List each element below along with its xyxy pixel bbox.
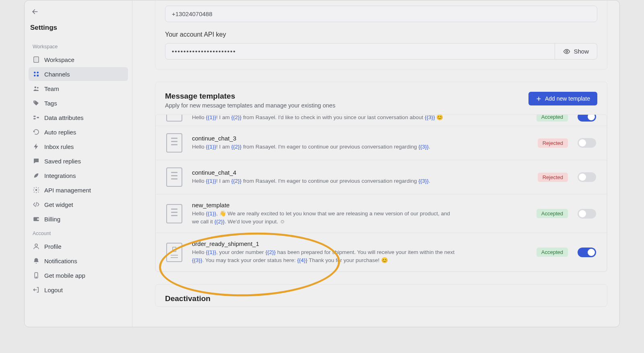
sidebar-item-label: Saved replies (44, 158, 81, 165)
plus-icon (536, 96, 542, 102)
sidebar-item-team[interactable]: Team (29, 82, 128, 95)
sidebar-item-label: Integrations (44, 172, 76, 179)
template-row[interactable]: order_ready_shipment_1Hello {{1}}, your … (156, 233, 607, 271)
svg-point-17 (566, 50, 568, 52)
document-icon (166, 204, 182, 223)
template-placeholder: {{2}} (231, 144, 242, 150)
sidebar-item-logout[interactable]: Logout (29, 283, 128, 297)
code-icon (33, 201, 40, 208)
svg-rect-4 (37, 75, 39, 77)
templates-subtitle: Apply for new message templates and mana… (165, 102, 335, 109)
show-label: Show (574, 48, 589, 55)
sidebar-item-label: Auto replies (44, 129, 76, 136)
template-preview-text: Hello {{1}}! I am {{2}} from Rasayel. I'… (192, 115, 458, 122)
template-name: new_template (192, 202, 527, 208)
sidebar-item-label: Notifications (44, 258, 77, 264)
sidebar-item-profile[interactable]: Profile (29, 239, 128, 253)
template-placeholder: {{1}} (206, 115, 217, 120)
status-badge: Accepted (537, 209, 568, 218)
gear-icon (33, 186, 40, 194)
sidebar-item-workspace[interactable]: Workspace (29, 53, 128, 66)
template-placeholder: {{2}} (231, 178, 242, 184)
sidebar-item-label: Get mobile app (44, 272, 85, 279)
svg-point-2 (37, 72, 39, 74)
template-placeholder: {{3}} (425, 115, 435, 120)
svg-point-11 (35, 189, 37, 191)
data-icon (33, 114, 40, 121)
sidebar-item-billing[interactable]: Billing (29, 212, 128, 226)
api-key-input[interactable] (165, 43, 555, 60)
templates-list[interactable]: Hello {{1}}! I am {{2}} from Rasayel. I'… (155, 114, 607, 272)
back-arrow-icon[interactable] (31, 8, 39, 16)
status-badge: Accepted (537, 248, 568, 257)
template-toggle[interactable] (578, 209, 596, 219)
user-icon (33, 243, 40, 250)
template-placeholder: {{3}} (418, 178, 429, 184)
sidebar-item-label: Inbox rules (44, 143, 74, 150)
template-row[interactable]: continue_chat_3Hello {{1}}! I am {{2}} f… (156, 126, 607, 160)
svg-rect-0 (34, 57, 39, 62)
show-api-key-button[interactable]: Show (555, 43, 597, 60)
reply-icon (33, 128, 40, 136)
add-button-label: Add new template (545, 95, 590, 102)
status-badge: Rejected (538, 138, 568, 148)
svg-rect-9 (33, 118, 35, 120)
template-placeholder: {{2}} (231, 115, 242, 120)
template-row[interactable]: Hello {{1}}! I am {{2}} from Rasayel. I'… (156, 115, 607, 126)
template-row[interactable]: new_templateHello {{1}}, 👋 We are really… (156, 194, 607, 233)
template-placeholder: {{3}} (418, 144, 429, 150)
template-toggle[interactable] (578, 138, 596, 148)
sidebar-item-tags[interactable]: Tags (29, 96, 128, 110)
sidebar-item-integrations[interactable]: Integrations (29, 169, 128, 182)
sidebar-group-workspace: Workspace (29, 40, 128, 52)
add-new-template-button[interactable]: Add new template (528, 92, 597, 105)
sidebar-item-get-widget[interactable]: Get widget (29, 198, 128, 211)
svg-rect-8 (33, 116, 35, 117)
document-icon (166, 243, 182, 262)
sidebar-item-api-management[interactable]: API management (29, 183, 128, 197)
template-preview-text: Hello {{1}}! I am {{2}} from Rasayel. I'… (192, 177, 458, 185)
template-preview-text: Hello {{1}}! I am {{2}} from Rasayel. I'… (192, 143, 458, 151)
template-name: continue_chat_3 (192, 135, 528, 142)
api-key-label: Your account API key (165, 31, 597, 38)
main-content: Your account API key Show Message templa… (132, 0, 619, 327)
sidebar-item-label: Tags (44, 100, 57, 107)
sidebar-item-label: Logout (44, 287, 63, 293)
sidebar-item-label: API management (44, 187, 91, 194)
template-toggle[interactable] (578, 172, 596, 182)
sidebar-item-label: Billing (44, 216, 60, 223)
sidebar-item-notifications[interactable]: Notifications (29, 254, 128, 268)
sidebar-item-label: Data attributes (44, 114, 84, 121)
sidebar-item-saved-replies[interactable]: Saved replies (29, 154, 128, 168)
template-row[interactable]: continue_chat_4Hello {{1}}! I am {{2}} f… (156, 160, 607, 194)
template-placeholder: {{1}} (206, 249, 217, 255)
template-placeholder: {{2}} (215, 219, 225, 225)
status-badge: Accepted (537, 115, 568, 122)
svg-rect-13 (37, 219, 39, 220)
document-icon (166, 133, 182, 153)
sidebar-item-inbox-rules[interactable]: Inbox rules (29, 140, 128, 153)
svg-point-6 (37, 87, 39, 89)
template-placeholder: {{4}} (297, 257, 308, 263)
sidebar-item-channels[interactable]: Channels (29, 67, 128, 81)
template-preview-text: Hello {{1}}, 👋 We are really excited to … (192, 210, 458, 225)
sidebar-item-auto-replies[interactable]: Auto replies (29, 125, 128, 139)
template-placeholder: {{2}} (265, 249, 276, 255)
rocket-icon (33, 172, 40, 179)
sidebar-item-label: Get widget (44, 201, 73, 208)
bolt-icon (33, 143, 40, 150)
template-toggle[interactable] (578, 248, 596, 257)
template-toggle[interactable] (578, 115, 596, 122)
template-placeholder: {{1}} (206, 211, 217, 217)
message-templates-card: Message templates Apply for new message … (155, 82, 607, 272)
template-placeholder: {{1}} (206, 178, 217, 184)
phone-input[interactable] (165, 6, 597, 22)
deactivation-title: Deactivation (155, 285, 607, 306)
svg-rect-10 (37, 117, 39, 118)
eye-icon (563, 48, 570, 55)
sidebar-item-data-attributes[interactable]: Data attributes (29, 111, 128, 124)
sidebar-item-get-mobile-app[interactable]: Get mobile app (29, 268, 128, 282)
grid-dots-icon (33, 70, 40, 78)
svg-point-3 (34, 75, 36, 77)
chat-icon (33, 157, 40, 165)
